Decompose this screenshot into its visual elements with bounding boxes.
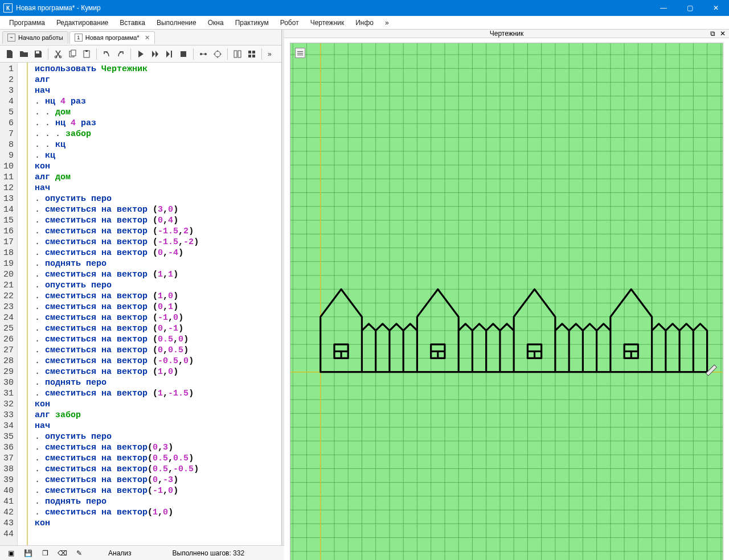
- redo-icon[interactable]: [114, 48, 127, 60]
- svg-rect-12: [238, 51, 241, 57]
- step-icon[interactable]: [149, 48, 161, 60]
- app-icon: К: [3, 3, 13, 13]
- copy-icon[interactable]: [66, 48, 79, 60]
- cut-icon[interactable]: [52, 48, 64, 60]
- canvas-wrap: [284, 38, 729, 560]
- drawing-canvas[interactable]: [290, 43, 723, 560]
- minimize-button[interactable]: —: [650, 0, 677, 16]
- popout-icon[interactable]: ⧉: [710, 30, 715, 38]
- svg-rect-7: [181, 51, 186, 57]
- menu-program[interactable]: Программа: [3, 17, 51, 28]
- line-gutter: 1234567891011121314151617181920212223242…: [0, 63, 18, 545]
- open-file-icon[interactable]: [18, 48, 30, 60]
- grid-icon[interactable]: [245, 48, 258, 60]
- status-steps: Выполнено шагов: 332: [173, 549, 245, 557]
- menubar: Программа Редактирование Вставка Выполне…: [0, 16, 729, 30]
- svg-rect-16: [252, 55, 255, 57]
- tab-start-label: Начало работы: [18, 34, 63, 41]
- actor-icon[interactable]: [197, 48, 210, 60]
- svg-point-8: [200, 53, 202, 55]
- tab-program[interactable]: 1 Новая программа* ✕: [69, 31, 155, 44]
- indent-guide: [27, 63, 28, 545]
- window-title: Новая программа* - Кумир: [16, 4, 650, 12]
- drawer-pane: Чертежник ⧉ ✕: [284, 30, 729, 545]
- svg-rect-11: [234, 51, 237, 57]
- menu-drawer[interactable]: Чертежник: [305, 17, 350, 28]
- debug-icon[interactable]: [211, 48, 224, 60]
- menu-edit[interactable]: Редактирование: [51, 17, 114, 28]
- toolbar-overflow[interactable]: »: [265, 50, 274, 58]
- svg-point-9: [204, 53, 207, 55]
- menu-windows[interactable]: Окна: [202, 17, 230, 28]
- svg-rect-15: [248, 55, 251, 57]
- tab-start[interactable]: ~ Начало работы: [2, 31, 68, 44]
- close-button[interactable]: ✕: [703, 0, 729, 16]
- tab-program-label: Новая программа*: [85, 34, 140, 41]
- canvas-menu-icon[interactable]: [295, 48, 305, 58]
- menu-robot[interactable]: Робот: [275, 17, 305, 28]
- svg-rect-13: [248, 51, 251, 53]
- layout-icon[interactable]: [231, 48, 244, 60]
- code-column[interactable]: использовать Чертежникалгнач. нц 4 раз. …: [18, 63, 281, 545]
- menu-practicum[interactable]: Практикум: [230, 17, 275, 28]
- svg-rect-4: [71, 50, 76, 56]
- save-file-icon[interactable]: [32, 48, 44, 60]
- editor-pane: ~ Начало работы 1 Новая программа* ✕: [0, 30, 282, 545]
- menu-info[interactable]: Инфо: [350, 17, 379, 28]
- close-icon[interactable]: ✕: [142, 34, 150, 42]
- stop-icon[interactable]: [177, 48, 190, 60]
- tab-badge-icon: 1: [75, 34, 83, 42]
- svg-rect-14: [252, 51, 255, 53]
- step-over-icon[interactable]: [163, 48, 175, 60]
- pencil-icon[interactable]: ✎: [74, 548, 84, 558]
- undo-icon[interactable]: [100, 48, 113, 60]
- save-status-icon[interactable]: 💾: [23, 548, 33, 558]
- clear-icon[interactable]: ⌫: [57, 548, 67, 558]
- menu-execute[interactable]: Выполнение: [151, 17, 202, 28]
- toolbar: »: [0, 46, 281, 63]
- svg-point-10: [215, 51, 220, 57]
- pane-title-label: Чертежник: [490, 30, 524, 38]
- menu-insert[interactable]: Вставка: [114, 17, 151, 28]
- tabbar: ~ Начало работы 1 Новая программа* ✕: [0, 30, 281, 46]
- workspace: ~ Начало работы 1 Новая программа* ✕: [0, 30, 729, 545]
- new-file-icon[interactable]: [3, 48, 16, 60]
- console-icon[interactable]: ▣: [6, 548, 16, 558]
- svg-rect-0: [36, 51, 39, 53]
- maximize-button[interactable]: ▢: [677, 0, 703, 16]
- drawing-svg: [290, 43, 723, 560]
- pane-title: Чертежник ⧉ ✕: [284, 30, 729, 38]
- code-editor[interactable]: 1234567891011121314151617181920212223242…: [0, 63, 281, 545]
- status-analysis: Анализ: [108, 549, 132, 557]
- copy-status-icon[interactable]: ❐: [40, 548, 50, 558]
- close-icon[interactable]: ✕: [720, 30, 726, 38]
- run-icon[interactable]: [134, 48, 147, 60]
- titlebar[interactable]: К Новая программа* - Кумир — ▢ ✕: [0, 0, 729, 16]
- menu-more[interactable]: »: [379, 17, 395, 28]
- svg-rect-6: [85, 50, 88, 52]
- wave-icon: ~: [7, 34, 15, 42]
- paste-icon[interactable]: [80, 48, 93, 60]
